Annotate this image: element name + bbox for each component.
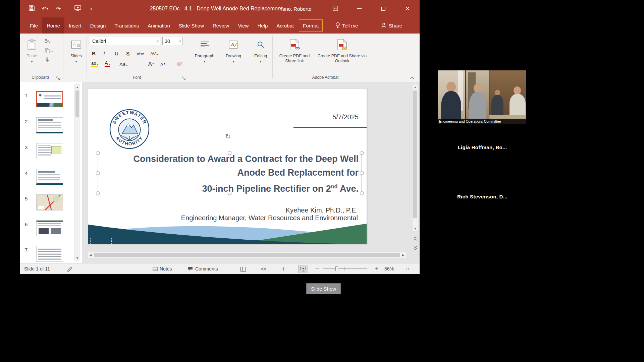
font-color-button[interactable]: A▾ <box>105 59 110 67</box>
slide-counter[interactable]: Slide 1 of 11 <box>24 263 50 274</box>
text-shadow-button[interactable]: S <box>126 48 129 56</box>
scroll-right-icon[interactable]: ▶ <box>400 252 406 258</box>
video-participant-2[interactable] <box>466 70 489 124</box>
editing-button[interactable]: Editing ▾ <box>250 36 271 73</box>
signed-in-user[interactable]: Yano, Roberto <box>279 0 312 17</box>
highlight-color-button[interactable]: ab▾ <box>91 59 98 67</box>
save-button[interactable] <box>25 2 38 15</box>
horizontal-scrollbar-thumb[interactable] <box>94 253 400 257</box>
font-name-combobox[interactable]: Calibri ▾ <box>90 37 160 45</box>
slide-4-thumbnail[interactable] <box>36 169 63 185</box>
vertical-scrollbar[interactable]: ▲ ▼ <box>412 84 418 232</box>
scroll-left-icon[interactable]: ◀ <box>88 252 93 258</box>
video-participant-1[interactable] <box>438 70 465 124</box>
collapse-ribbon-button[interactable] <box>410 74 414 80</box>
zoom-in-button[interactable]: + <box>375 263 379 274</box>
resize-handle-bottom-left[interactable] <box>96 191 100 195</box>
cut-button[interactable] <box>45 38 50 46</box>
resize-handle-middle-right[interactable] <box>360 171 364 175</box>
format-painter-button[interactable] <box>45 57 50 64</box>
copy-button[interactable]: ▾ <box>45 48 53 55</box>
reading-view-button[interactable] <box>278 265 288 273</box>
underline-button[interactable]: U <box>115 48 118 56</box>
ribbon-display-options-button[interactable] <box>328 0 343 17</box>
tab-home[interactable]: Home <box>42 17 64 34</box>
sweetwater-authority-logo[interactable]: SWEETWATER AUTHORITY <box>109 109 150 151</box>
slide-show-view-button[interactable] <box>298 265 308 273</box>
scroll-down-icon[interactable]: ▼ <box>75 255 80 261</box>
horizontal-scrollbar[interactable]: ◀ ▶ <box>88 252 406 258</box>
tab-view[interactable]: View <box>233 17 253 34</box>
tab-acrobat[interactable]: Acrobat <box>272 17 298 34</box>
fit-to-window-button[interactable] <box>402 265 413 273</box>
scroll-up-icon[interactable]: ▲ <box>75 84 80 90</box>
slide-1-thumbnail[interactable] <box>36 91 63 107</box>
clipboard-dialog-launcher[interactable] <box>56 76 61 80</box>
font-size-combobox[interactable]: 30 ▾ <box>162 37 182 45</box>
drawing-button[interactable]: A Drawing ▾ <box>221 36 246 73</box>
participant-name-2[interactable]: Rich Stevenson, D... <box>438 194 526 199</box>
slide-date[interactable]: 5/7/2025 <box>332 113 359 121</box>
tab-insert[interactable]: Insert <box>64 17 86 34</box>
tell-me-button[interactable]: Tell me <box>335 17 358 34</box>
tab-transitions[interactable]: Transitions <box>110 17 143 34</box>
notes-button[interactable]: Notes <box>153 263 172 274</box>
close-button[interactable]: × <box>400 0 415 17</box>
rotate-handle-icon[interactable]: ↻ <box>225 132 231 140</box>
font-dialog-launcher[interactable] <box>182 76 186 80</box>
tab-slide-show[interactable]: Slide Show <box>174 17 208 34</box>
slide-sorter-view-button[interactable] <box>258 265 268 273</box>
character-spacing-button[interactable]: AV▾ <box>150 48 158 56</box>
slide-7-thumbnail[interactable] <box>36 246 63 262</box>
scroll-down-icon[interactable]: ▼ <box>413 226 418 231</box>
spell-check-button[interactable] <box>67 263 73 274</box>
zoom-out-button[interactable]: − <box>315 263 319 274</box>
zoom-level[interactable]: 56% <box>384 263 394 274</box>
resize-handle-top-middle[interactable] <box>228 151 231 155</box>
paste-button[interactable]: Paste ▾ <box>23 36 41 73</box>
slide-5-thumbnail[interactable] <box>36 194 63 210</box>
customize-quick-access-button[interactable]: ▾ <box>85 2 98 15</box>
slide-editing-surface[interactable]: 5/7/2025 <box>88 88 367 244</box>
tab-help[interactable]: Help <box>253 17 272 34</box>
paragraph-button[interactable]: Paragraph ▾ <box>192 36 217 73</box>
share-button[interactable]: Share <box>381 17 402 34</box>
previous-slide-button[interactable] <box>412 235 418 243</box>
vertical-scrollbar-thumb[interactable] <box>413 90 417 218</box>
slide-title[interactable]: Consideration to Award a Contract for th… <box>98 152 359 196</box>
participant-name-1[interactable]: Ligia Hoffman, Bo... <box>438 144 526 150</box>
create-pdf-share-outlook-button[interactable]: Create PDF and Share via Outlook <box>316 36 368 73</box>
comments-button[interactable]: Comments <box>188 263 218 274</box>
shrink-font-button[interactable]: A▼ <box>160 59 166 67</box>
start-from-beginning-button[interactable] <box>71 2 85 15</box>
resize-handle-top-left[interactable] <box>96 151 100 155</box>
slides-button[interactable]: Slides ▾ <box>66 36 86 73</box>
resize-handle-bottom-right[interactable] <box>360 191 364 195</box>
tab-design[interactable]: Design <box>86 17 110 34</box>
slide-2-thumbnail[interactable] <box>36 117 63 133</box>
selected-placeholder-outline[interactable] <box>90 238 112 244</box>
italic-button[interactable]: I <box>103 48 105 56</box>
bold-button[interactable]: B <box>92 48 96 56</box>
strikethrough-button[interactable]: abc <box>137 48 144 56</box>
resize-handle-bottom-middle[interactable] <box>228 191 231 195</box>
video-participant-3[interactable] <box>489 70 526 124</box>
resize-handle-top-right[interactable] <box>360 151 364 155</box>
resize-handle-middle-left[interactable] <box>96 171 100 175</box>
meeting-video-strip[interactable]: Engineering and Operations Committee <box>438 70 526 124</box>
thumbnail-scrollbar[interactable]: ▲ ▼ <box>74 84 80 261</box>
next-slide-button[interactable] <box>412 244 418 252</box>
tab-review[interactable]: Review <box>208 17 233 34</box>
change-case-button[interactable]: Aa▾ <box>119 59 127 67</box>
thumbnail-scrollbar-thumb[interactable] <box>75 90 79 117</box>
zoom-slider[interactable] <box>323 268 367 269</box>
redo-button[interactable]: ↷ <box>52 2 65 15</box>
tab-format[interactable]: Format <box>299 19 323 32</box>
normal-view-button[interactable] <box>238 265 248 273</box>
tab-file[interactable]: File <box>25 17 42 34</box>
maximize-button[interactable] <box>376 0 391 17</box>
tab-animation[interactable]: Animation <box>143 17 174 34</box>
clear-formatting-button[interactable] <box>176 59 182 67</box>
grow-font-button[interactable]: A▲ <box>148 59 154 67</box>
slide-6-thumbnail[interactable] <box>36 220 63 236</box>
